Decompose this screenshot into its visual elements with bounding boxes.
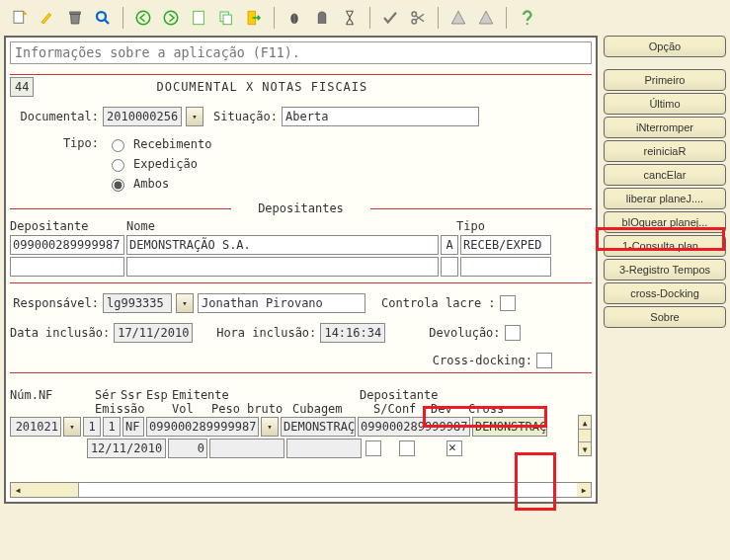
side-btn-9[interactable]: cross-Docking [604, 282, 726, 304]
tipo-radio-ambos[interactable]: Ambos [107, 176, 211, 192]
nf-vscroll[interactable]: ▴ ▾ [578, 415, 592, 456]
side-menu: Opção PrimeiroÚltimoiNterromperreiniciaR… [604, 36, 726, 328]
scissors-icon[interactable] [406, 6, 430, 30]
svg-point-5 [136, 11, 150, 25]
documental-picker[interactable]: ▾ [186, 107, 203, 126]
nf-peso[interactable] [209, 439, 284, 458]
svg-rect-9 [223, 15, 231, 25]
timer-icon[interactable] [338, 6, 362, 30]
nf-dev-check[interactable] [399, 440, 415, 456]
dep-tipo-desc[interactable]: RECEB/EXPED [460, 235, 551, 255]
svg-point-6 [164, 11, 178, 25]
svg-rect-2 [70, 12, 81, 14]
nf-emis[interactable]: 12/11/2010 [87, 439, 166, 458]
dep-col-nome: Nome [126, 219, 393, 233]
side-btn-6[interactable]: blOquear planej... [604, 211, 726, 233]
side-btn-7[interactable]: 1-Consulta plan... [604, 235, 726, 257]
side-btn-10[interactable]: Sobre [604, 306, 726, 328]
svg-rect-0 [14, 11, 24, 23]
documental-label: Documental: [10, 110, 99, 123]
svg-marker-1 [24, 11, 27, 14]
info-bar[interactable] [10, 41, 592, 64]
devolucao-label: Devolução: [429, 326, 500, 340]
delete-icon[interactable] [63, 6, 87, 30]
new-icon[interactable] [8, 6, 32, 30]
side-btn-1[interactable]: Último [604, 93, 726, 115]
nf-emit[interactable]: 099000289999987 [146, 417, 259, 437]
hora-inclusao-label: Hora inclusão: [216, 326, 316, 340]
nf-esp[interactable]: NF [122, 417, 144, 437]
nf-dep-nm[interactable]: DEMONSTRAÇ [472, 417, 547, 437]
exit-icon[interactable] [242, 6, 266, 30]
depositantes-table: Depositante Nome Tipo 099000289999987 DE… [10, 219, 592, 277]
side-btn-8[interactable]: 3-Registro Tempos [604, 259, 726, 280]
nf-ssr[interactable]: 1 [103, 417, 121, 437]
warn2-icon[interactable] [474, 6, 498, 30]
responsavel-picker[interactable]: ▾ [176, 293, 194, 313]
help-icon[interactable] [515, 6, 538, 30]
side-btn-3[interactable]: reiniciaR [604, 140, 726, 162]
dep-nome[interactable]: DEMONSTRAÇÃO S.A. [126, 235, 439, 255]
copy-icon[interactable] [214, 6, 238, 30]
toolbar [0, 0, 730, 36]
tipo-radio-exped[interactable]: Expedição [107, 156, 211, 172]
documental-field: 2010000256 [103, 107, 182, 126]
main-hscroll[interactable]: ◂ ▸ [10, 482, 592, 498]
svg-line-4 [105, 20, 110, 25]
doc-icon[interactable] [187, 6, 210, 30]
dep-nome-empty[interactable] [126, 257, 439, 277]
devolucao-check[interactable] [505, 325, 521, 341]
controla-lacre-label: Controla lacre : [381, 296, 496, 310]
dep-cod[interactable]: 099000289999987 [10, 235, 124, 255]
nf-sconf-check[interactable] [365, 440, 381, 456]
tipo-radio-receb[interactable]: Recebimento [107, 136, 211, 152]
cross-docking-label: Cross-docking: [433, 354, 532, 367]
tipo-label: Tipo: [10, 136, 99, 150]
nf-dep[interactable]: 099000289999987 [358, 417, 470, 437]
next-icon[interactable] [159, 6, 183, 30]
side-btn-4[interactable]: cancElar [604, 164, 726, 186]
data-inclusao-label: Data inclusão: [10, 326, 110, 340]
dep-cod-empty[interactable] [10, 257, 124, 277]
edit-icon[interactable] [36, 6, 59, 30]
depositantes-section: Depositantes [10, 201, 592, 215]
dep-tipo[interactable]: A [441, 235, 458, 255]
warn-icon[interactable] [446, 6, 470, 30]
side-title: Opção [604, 36, 726, 57]
svg-rect-7 [194, 11, 204, 25]
nf-cross-check[interactable] [446, 440, 462, 456]
dep-col-cod: Depositante [10, 219, 124, 233]
svg-point-15 [527, 23, 528, 25]
search-icon[interactable] [91, 6, 115, 30]
situacao-label: Situação: [213, 110, 278, 123]
responsavel-label: Responsável: [10, 296, 99, 310]
page-number: 44 [10, 77, 34, 97]
situacao-field[interactable]: Aberta [282, 107, 479, 126]
bug-icon[interactable] [283, 6, 306, 30]
side-btn-0[interactable]: Primeiro [604, 69, 726, 91]
responsavel-nome: Jonathan Pirovano [198, 293, 365, 313]
nf-cub[interactable] [286, 439, 362, 458]
data-inclusao: 17/11/2010 [114, 323, 193, 343]
nf-ser[interactable]: 1 [83, 417, 101, 437]
cross-docking-check[interactable] [536, 353, 552, 368]
page-title: DOCUMENTAL X NOTAS FISCAIS [156, 80, 367, 94]
nf-emit-picker[interactable]: ▾ [261, 417, 279, 437]
hora-inclusao: 14:16:34 [320, 323, 385, 343]
nf-emit-nm[interactable]: DEMONSTRAÇ [281, 417, 356, 437]
nf-vol[interactable]: 0 [168, 439, 207, 458]
nf-num-picker[interactable]: ▾ [63, 417, 81, 437]
check-icon[interactable] [378, 6, 402, 30]
controla-lacre-check[interactable] [500, 295, 516, 311]
nf-num[interactable]: 201021 [10, 417, 61, 437]
prev-icon[interactable] [131, 6, 155, 30]
side-btn-5[interactable]: liberar planeJ.... [604, 188, 726, 209]
side-btn-2[interactable]: iNterromper [604, 117, 726, 138]
info-icon[interactable] [310, 6, 334, 30]
responsavel-cod: lg993335 [103, 293, 172, 313]
dep-col-tipo: Tipo [456, 219, 496, 233]
